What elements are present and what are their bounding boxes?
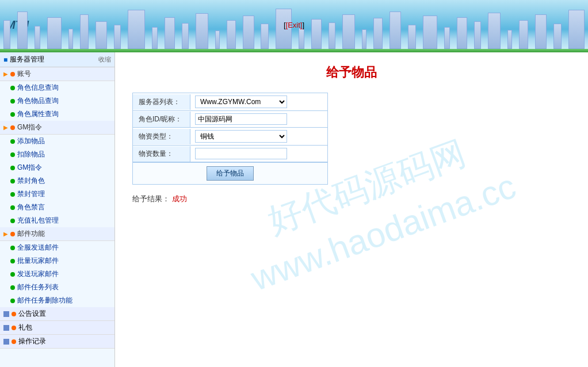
sidebar-section-gm[interactable]: ▶ GM指令 (0, 121, 114, 135)
green-dot-icon (10, 205, 15, 210)
green-dot-icon (10, 285, 15, 290)
green-dot-icon (10, 152, 15, 157)
char-input[interactable] (195, 113, 287, 125)
result-value: 成功 (172, 194, 187, 203)
item-type-select[interactable]: 铜钱 (195, 130, 287, 143)
header: MTJ (0, 0, 588, 49)
sidebar-item-recharge-gift[interactable]: 充值礼包管理 (0, 214, 114, 227)
sidebar-section-mail-label: 邮件功能 (17, 229, 45, 239)
mail-arrow-icon: ▶ (3, 231, 8, 237)
account-arrow-icon: ▶ (3, 71, 8, 77)
green-dot-icon (10, 219, 15, 223)
sidebar-item-broadcast-mail[interactable]: 全服发送邮件 (0, 241, 114, 254)
sidebar-section-mail[interactable]: ▶ 邮件功能 (0, 227, 114, 241)
oplog-dot-icon (12, 339, 16, 344)
sidebar-header: ■ 服务器管理 收缩 (0, 52, 114, 67)
green-dot-icon (10, 259, 15, 263)
item-type-value: 铜钱 (190, 128, 306, 145)
announce-dot-icon (12, 312, 16, 316)
account-dot-icon (10, 72, 15, 77)
sidebar: ■ 服务器管理 收缩 ▶ 账号 角色信息查询 角色物品查询 角色属性查询 ▶ G (0, 52, 115, 367)
server-select[interactable]: Www.ZGYMW.Com (195, 95, 287, 108)
green-dot-icon (10, 86, 15, 90)
sidebar-item-player-mail[interactable]: 发送玩家邮件 (0, 267, 114, 281)
green-dot-icon (10, 166, 15, 170)
sidebar-section-gm-label: GM指令 (17, 123, 42, 132)
sidebar-header-icon: ■ (3, 56, 7, 64)
gm-arrow-icon: ▶ (3, 124, 8, 131)
green-dot-icon (10, 99, 15, 104)
green-dot-icon (10, 139, 15, 144)
main-layout: ■ 服务器管理 收缩 ▶ 账号 角色信息查询 角色物品查询 角色属性查询 ▶ G (0, 52, 588, 367)
submit-button[interactable]: 给予物品 (207, 166, 254, 181)
content-inner: 给予物品 服务器列表： Www.ZGYMW.Com 角色ID/昵称： (132, 64, 571, 204)
green-dot-icon (10, 246, 15, 250)
green-dot-icon (10, 272, 15, 277)
result-label: 给予结果： (132, 194, 170, 203)
server-label: 服务器列表： (133, 94, 190, 110)
collapsed-square-icon (3, 311, 9, 317)
sidebar-item-char-items[interactable]: 角色物品查询 (0, 94, 114, 108)
server-value: Www.ZGYMW.Com (190, 93, 306, 110)
collapsed-square-icon (3, 339, 9, 345)
char-value (190, 111, 306, 127)
sidebar-section-account[interactable]: ▶ 账号 (0, 67, 114, 81)
form-btn-row: 给予物品 (133, 162, 327, 184)
gift-dot-icon (12, 326, 16, 330)
sidebar-item-ban-char[interactable]: 禁封角色 (0, 174, 114, 188)
sidebar-item-char-attrs[interactable]: 角色属性查询 (0, 108, 114, 121)
green-dot-icon (10, 112, 15, 117)
sidebar-item-char-info[interactable]: 角色信息查询 (0, 81, 114, 94)
sidebar-item-add-item[interactable]: 添加物品 (0, 135, 114, 148)
mail-dot-icon (10, 232, 15, 236)
sidebar-section-gift[interactable]: 礼包 (0, 321, 114, 335)
content-area: 好代码源码网 www.haodaima.cc 给予物品 服务器列表： Www.Z… (115, 52, 588, 367)
collapsed-square-icon (3, 325, 9, 331)
green-dot-icon (10, 192, 15, 197)
sidebar-item-gm-cmd[interactable]: GM指令 (0, 161, 114, 174)
gm-dot-icon (10, 125, 15, 130)
sidebar-item-mail-task-delete[interactable]: 邮件任务删除功能 (0, 294, 114, 307)
item-count-input[interactable] (195, 148, 287, 159)
give-item-form: 服务器列表： Www.ZGYMW.Com 角色ID/昵称： (132, 93, 328, 185)
form-row-item-count: 物资数量： (133, 146, 327, 162)
sidebar-section-account-label: 账号 (17, 69, 31, 79)
exit-button[interactable]: [[Exit]] (284, 20, 304, 29)
form-row-char: 角色ID/昵称： (133, 111, 327, 128)
form-row-server: 服务器列表： Www.ZGYMW.Com (133, 93, 327, 111)
sidebar-item-mail-task-list[interactable]: 邮件任务列表 (0, 281, 114, 294)
sidebar-item-remove-item[interactable]: 扣除物品 (0, 148, 114, 161)
page-title: 给予物品 (132, 64, 571, 81)
green-dot-icon (10, 179, 15, 183)
skyline (0, 9, 588, 49)
sidebar-item-mute-char[interactable]: 角色禁言 (0, 201, 114, 214)
form-row-item-type: 物资类型： 铜钱 (133, 128, 327, 146)
char-label: 角色ID/昵称： (133, 112, 190, 127)
sidebar-collapse-button[interactable]: 收缩 (98, 55, 111, 64)
item-type-label: 物资类型： (133, 129, 190, 144)
green-dot-icon (10, 299, 15, 303)
sidebar-section-announcement[interactable]: 公告设置 (0, 307, 114, 321)
item-count-label: 物资数量： (133, 146, 190, 162)
sidebar-item-batch-mail[interactable]: 批量玩家邮件 (0, 254, 114, 267)
sidebar-manager-label: 服务器管理 (10, 55, 44, 64)
sidebar-item-ban-manage[interactable]: 禁封管理 (0, 188, 114, 201)
item-count-value (190, 146, 306, 162)
sidebar-section-operation-log[interactable]: 操作记录 (0, 335, 114, 349)
result-row: 给予结果： 成功 (132, 194, 571, 204)
